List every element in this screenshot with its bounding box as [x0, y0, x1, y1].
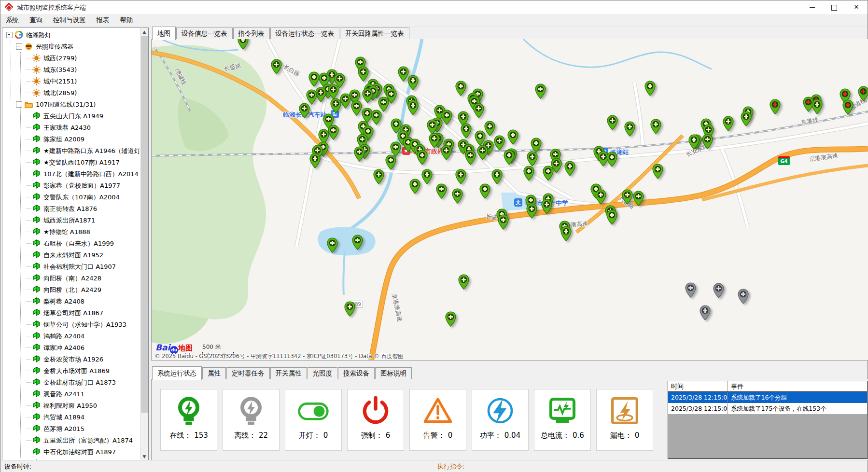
device-pin-online[interactable]	[441, 145, 452, 160]
tab-设备信息一览表[interactable]: 设备信息一览表	[176, 28, 233, 40]
tree-device-item[interactable]: 陈家组 A2009	[2, 133, 140, 145]
tree-device-item[interactable]: 城西派出所A1871	[2, 214, 140, 226]
menu-item-控制与设置[interactable]: 控制与设置	[48, 14, 91, 27]
device-pin-online[interactable]	[308, 71, 320, 87]
tree-expander-icon[interactable]	[16, 43, 22, 50]
device-pin-online[interactable]	[452, 188, 463, 204]
device-pin-online[interactable]	[498, 214, 509, 230]
device-pin-online[interactable]	[633, 191, 644, 206]
device-pin-online[interactable]	[723, 116, 734, 131]
tree-device-item[interactable]: ★博物馆 A1888	[2, 226, 140, 237]
device-pin-online[interactable]	[436, 183, 447, 199]
device-pin-online[interactable]	[330, 98, 341, 113]
event-log-row[interactable]: 2025/3/28 12:15:08系统加载了16个分组	[668, 392, 867, 403]
device-pin-online[interactable]	[238, 39, 249, 50]
device-pin-online[interactable]	[527, 151, 538, 167]
map-view[interactable]: 长盛路长白路绕城线京港线京港线长安东路京港澳高速长盛路长盛中路港澳高速京港澳高速…	[151, 39, 868, 361]
tree-device-item[interactable]: 金桥大市场对面 A1869	[2, 365, 140, 376]
tree-device-item[interactable]: 鸿鹤路 A2404	[2, 330, 140, 342]
scroll-down-icon[interactable]: ▼	[140, 453, 148, 460]
device-pin-online[interactable]	[473, 103, 484, 118]
tree-group-devices[interactable]: 107国道沿线(31/31)	[2, 98, 140, 110]
scrollbar-thumb[interactable]	[141, 36, 148, 413]
device-pin-alert[interactable]	[842, 99, 854, 115]
menu-item-查询[interactable]: 查询	[24, 14, 48, 27]
device-pin-online[interactable]	[477, 145, 488, 160]
tree-device-item[interactable]: 南正街转盘 A1876	[2, 203, 140, 214]
device-pin-online[interactable]	[407, 100, 419, 115]
device-pin-online[interactable]	[494, 135, 505, 151]
device-pin-online[interactable]	[362, 88, 373, 103]
tree-device-item[interactable]: 向阳桥（北）A2429	[2, 284, 140, 295]
tree-device-item[interactable]: ★建新中路路口东 A1946（辅道灯）	[2, 145, 140, 156]
device-pin-online[interactable]	[407, 75, 419, 90]
tab-光照度[interactable]: 光照度	[308, 367, 338, 380]
scroll-up-icon[interactable]: ▲	[140, 28, 148, 36]
tree-device-item[interactable]: 社会福利院大门口 A1907	[2, 261, 140, 272]
device-pin-online[interactable]	[458, 274, 469, 290]
tree-device-item[interactable]: 芭茅塘 A2015	[2, 423, 140, 434]
device-pin-online[interactable]	[564, 161, 575, 176]
device-pin-online[interactable]	[535, 83, 546, 99]
event-log-table[interactable]: 时间 事件 2025/3/28 12:15:08系统加载了16个分组2025/3…	[668, 381, 868, 459]
tree-scrollbar[interactable]: ▲ ▼	[140, 28, 148, 460]
tree-device-item[interactable]: 107北（建新中路路口西）A2014	[2, 168, 140, 180]
tree-expander-icon[interactable]	[16, 101, 22, 108]
tree-sensor-item[interactable]: 城东(3543)	[2, 64, 140, 75]
device-pin-online[interactable]	[465, 150, 476, 165]
device-pin-online[interactable]	[560, 226, 572, 241]
tab-地图[interactable]: 地图	[152, 27, 176, 40]
tree-device-item[interactable]: 自来水斜对面 A1952	[2, 249, 140, 261]
device-pin-online[interactable]	[526, 203, 537, 219]
device-pin-alert[interactable]	[770, 99, 781, 114]
tree-device-item[interactable]: 梨树巷 A2408	[2, 295, 140, 307]
device-pin-online[interactable]	[644, 81, 656, 96]
tree-expander-icon[interactable]	[6, 32, 13, 38]
tree-device-item[interactable]: 金桥农贸市场 A1926	[2, 353, 140, 365]
tree-device-item[interactable]: 谭家冲 A2406	[2, 342, 140, 353]
menu-item-系统[interactable]: 系统	[0, 14, 24, 27]
tree-device-item[interactable]: 烟草公司（求知中学）A1933	[2, 319, 140, 330]
close-button[interactable]: ✕	[845, 0, 868, 14]
device-pin-online[interactable]	[484, 121, 495, 136]
device-pin-online[interactable]	[417, 150, 428, 165]
device-pin-online[interactable]	[385, 154, 396, 170]
minimize-button[interactable]	[801, 0, 823, 14]
device-pin-online[interactable]	[340, 93, 351, 109]
tree-sensor-item[interactable]: 城西(2799)	[2, 52, 140, 64]
tree-device-item[interactable]: 交警队东（107南）A2004	[2, 191, 140, 203]
device-pin-online[interactable]	[650, 119, 661, 134]
device-pin-online[interactable]	[328, 84, 339, 99]
device-pin-online[interactable]	[371, 110, 382, 125]
device-pin-online[interactable]	[595, 189, 606, 205]
device-pin-online[interactable]	[421, 169, 433, 184]
tree-group-sensors[interactable]: 光照度传感器	[2, 41, 140, 52]
device-pin-online[interactable]	[309, 153, 321, 168]
tree-sensor-item[interactable]: 城中(2151)	[2, 75, 140, 87]
tree-device-item[interactable]: 汽贸城 A1894	[2, 411, 140, 423]
device-pin-online[interactable]	[812, 99, 823, 114]
device-pin-online[interactable]	[455, 81, 466, 96]
tree-device-item[interactable]: 观音路 A2411	[2, 388, 140, 400]
device-pin-online[interactable]	[541, 199, 552, 214]
device-pin-online[interactable]	[373, 169, 384, 184]
device-pin-online[interactable]	[543, 166, 554, 181]
device-pin-offline[interactable]	[738, 289, 749, 304]
tree-device-item[interactable]: ★交警队西(107南) A1917	[2, 156, 140, 168]
tree-device-item[interactable]: 向阳桥（南）A2428	[2, 272, 140, 284]
device-pin-online[interactable]	[607, 115, 618, 130]
device-pin-online[interactable]	[351, 100, 362, 116]
device-pin-offline[interactable]	[700, 305, 711, 320]
device-pin-online[interactable]	[344, 301, 355, 317]
device-pin-online[interactable]	[504, 150, 515, 165]
device-pin-online[interactable]	[271, 59, 282, 74]
tab-指令列表[interactable]: 指令列表	[233, 28, 270, 40]
device-pin-alert[interactable]	[858, 86, 868, 101]
tree-device-item[interactable]: 王家珑巷 A2430	[2, 122, 140, 133]
device-pin-offline[interactable]	[713, 283, 724, 298]
device-pin-online[interactable]	[507, 129, 518, 145]
tree-device-item[interactable]: 中石化加油站对面 A1897	[2, 446, 140, 458]
tab-设备运行状态一览表[interactable]: 设备运行状态一览表	[270, 28, 340, 40]
device-pin-offline[interactable]	[685, 282, 696, 298]
device-pin-online[interactable]	[622, 189, 633, 205]
